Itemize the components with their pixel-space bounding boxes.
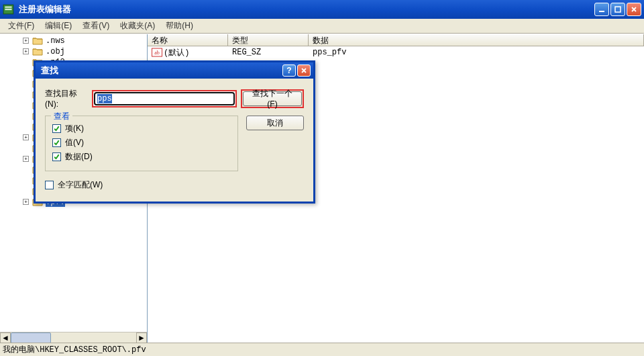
scroll-right-button[interactable]: ►: [136, 332, 147, 343]
cell-name: (默认): [164, 48, 189, 58]
find-help-button[interactable]: ?: [282, 64, 296, 77]
chk-keys[interactable]: [52, 124, 61, 133]
titlebar[interactable]: 注册表编辑器: [0, 0, 644, 19]
string-icon: ab: [152, 48, 162, 57]
col-data[interactable]: 数据: [309, 34, 644, 46]
folder-icon: [32, 47, 43, 56]
expand-icon[interactable]: +: [23, 48, 29, 54]
tree-hscroll[interactable]: ◄ ►: [0, 332, 147, 343]
cancel-button[interactable]: 取消: [246, 116, 304, 130]
window-controls: [594, 3, 641, 16]
expand-icon[interactable]: +: [23, 156, 29, 162]
chk-match-whole[interactable]: [45, 181, 54, 189]
find-target-label: 查找目标(N):: [45, 88, 88, 109]
cell-data: pps_pfv: [309, 48, 644, 57]
expand-icon[interactable]: +: [23, 134, 29, 140]
main-window: 注册表编辑器 文件(F) 编辑(E) 查看(V) 收藏夹(A) 帮助(H) +.…: [0, 0, 644, 356]
find-target-row: 查找目标(N): 查找下一个(F): [45, 88, 304, 109]
expand-icon[interactable]: +: [23, 38, 29, 44]
find-right-buttons: 取消: [246, 116, 304, 130]
col-name[interactable]: 名称: [148, 34, 228, 46]
cell-type: REG_SZ: [228, 48, 309, 57]
chk-values-row[interactable]: 值(V): [52, 137, 231, 148]
find-title: 查找: [38, 64, 281, 77]
match-whole-row[interactable]: 全字匹配(W): [45, 179, 304, 191]
tree-label: .obj: [46, 47, 65, 56]
menu-help[interactable]: 帮助(H): [160, 19, 199, 33]
list-row[interactable]: ab(默认)REG_SZpps_pfv: [148, 46, 644, 58]
expand-icon[interactable]: +: [23, 199, 29, 205]
chk-keys-row[interactable]: 项(K): [52, 123, 231, 134]
svg-rect-1: [5, 7, 11, 8]
list-header: 名称 类型 数据: [148, 34, 644, 46]
tree-node[interactable]: +.obj: [0, 46, 147, 57]
menu-edit[interactable]: 编辑(E): [40, 19, 77, 33]
folder-icon: [32, 36, 43, 46]
tree-label: .nws: [46, 36, 65, 46]
status-path: 我的电脑\HKEY_CLASSES_ROOT\.pfv: [3, 344, 146, 355]
menu-file[interactable]: 文件(F): [3, 19, 40, 33]
find-next-button[interactable]: 查找下一个(F): [243, 91, 302, 106]
list-body: ab(默认)REG_SZpps_pfv: [148, 46, 644, 58]
find-next-highlight: 查找下一个(F): [241, 89, 304, 108]
col-type[interactable]: 类型: [228, 34, 309, 46]
menu-favorites[interactable]: 收藏夹(A): [115, 19, 160, 33]
svg-rect-4: [615, 7, 621, 12]
find-body: 查找目标(N): 查找下一个(F) 查看 项(K) 值: [36, 79, 313, 202]
window-title: 注册表编辑器: [19, 3, 594, 15]
scroll-track[interactable]: [11, 332, 136, 343]
find-options-row: 查看 项(K) 值(V) 数据(D) 取消: [45, 116, 304, 171]
tree-node[interactable]: +.nws: [0, 36, 147, 46]
chk-match-whole-label: 全字匹配(W): [58, 179, 103, 191]
look-at-group: 查看 项(K) 值(V) 数据(D): [45, 116, 238, 171]
scroll-left-button[interactable]: ◄: [0, 332, 11, 343]
maximize-button[interactable]: [610, 3, 625, 16]
find-input-highlight: [92, 90, 237, 107]
find-titlebar[interactable]: 查找 ?: [36, 62, 313, 79]
svg-text:ab: ab: [154, 50, 160, 56]
find-close-button[interactable]: [297, 64, 311, 77]
statusbar: 我的电脑\HKEY_CLASSES_ROOT\.pfv: [0, 343, 644, 356]
menu-view[interactable]: 查看(V): [77, 19, 115, 33]
chk-data-row[interactable]: 数据(D): [52, 151, 231, 163]
chk-data-label: 数据(D): [65, 151, 93, 163]
look-at-title: 查看: [51, 111, 72, 122]
chk-data[interactable]: [52, 152, 61, 161]
scroll-thumb[interactable]: [11, 332, 51, 343]
close-button[interactable]: [627, 3, 641, 16]
minimize-button[interactable]: [594, 3, 609, 16]
chk-values-label: 值(V): [65, 137, 84, 148]
menubar: 文件(F) 编辑(E) 查看(V) 收藏夹(A) 帮助(H): [0, 19, 644, 34]
svg-rect-2: [5, 9, 11, 10]
svg-rect-3: [599, 11, 604, 12]
find-dialog[interactable]: 查找 ? 查找目标(N): 查找下一个(F) 查看 项(K): [34, 60, 315, 204]
chk-values[interactable]: [52, 138, 61, 147]
find-target-input[interactable]: [94, 92, 235, 105]
chk-keys-label: 项(K): [65, 123, 84, 134]
app-icon: [3, 3, 15, 15]
